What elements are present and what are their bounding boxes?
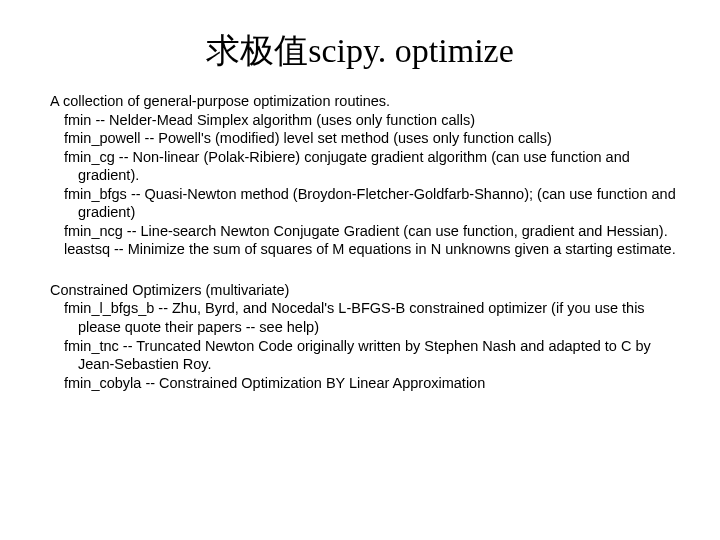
optimizer-entry: fmin_tnc -- Truncated Newton Code origin… [50, 337, 682, 374]
slide: 求极值scipy. optimize A collection of gener… [0, 0, 720, 540]
optimizer-entry: leastsq -- Minimize the sum of squares o… [50, 240, 682, 259]
optimizer-entry: fmin_ncg -- Line-search Newton Conjugate… [50, 222, 682, 241]
spacer [50, 259, 682, 281]
optimizer-entry: fmin_cobyla -- Constrained Optimization … [50, 374, 682, 393]
optimizer-entry: fmin_l_bfgs_b -- Zhu, Byrd, and Nocedal'… [50, 299, 682, 336]
section-heading: Constrained Optimizers (multivariate) [50, 281, 682, 300]
slide-body: A collection of general-purpose optimiza… [0, 92, 720, 392]
optimizer-entry: fmin -- Nelder-Mead Simplex algorithm (u… [50, 111, 682, 130]
optimizer-entry: fmin_cg -- Non-linear (Polak-Ribiere) co… [50, 148, 682, 185]
optimizer-entry: fmin_bfgs -- Quasi-Newton method (Broydo… [50, 185, 682, 222]
optimizer-entry: fmin_powell -- Powell's (modified) level… [50, 129, 682, 148]
section-heading: A collection of general-purpose optimiza… [50, 92, 682, 111]
slide-title: 求极值scipy. optimize [0, 0, 720, 92]
